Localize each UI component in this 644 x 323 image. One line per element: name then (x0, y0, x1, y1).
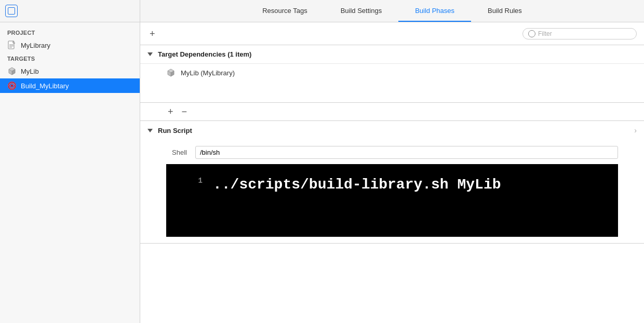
sidebar-header-area (0, 0, 140, 22)
script-editor[interactable]: 1 ../scripts/build-library.sh MyLib (166, 164, 618, 237)
target-dependencies-header[interactable]: Target Dependencies (1 item) (140, 45, 644, 63)
shell-input[interactable] (195, 146, 618, 159)
add-phase-button[interactable]: + (147, 28, 157, 39)
xcode-icon (5, 5, 18, 17)
sidebar-item-mylibrary[interactable]: MyLibrary (0, 38, 140, 52)
cube-icon (7, 66, 17, 76)
tab-build-phases[interactable]: Build Phases (398, 0, 471, 22)
mylib-label: MyLib (21, 68, 39, 75)
filter-box[interactable]: Filter (522, 28, 637, 39)
filter-placeholder: Filter (538, 30, 552, 37)
run-script-expand-icon: › (634, 126, 637, 134)
dep-cube-icon (166, 68, 176, 77)
content-toolbar: + Filter (140, 22, 644, 45)
tab-build-rules[interactable]: Build Rules (471, 0, 539, 22)
target-dependencies-section: Target Dependencies (1 item) MyLib (MyLi… (140, 45, 644, 121)
shell-label: Shell (166, 149, 187, 156)
filter-icon (528, 30, 535, 37)
content-area: + Filter Target Dependencies (1 item) (140, 22, 644, 323)
xcode-icon-inner (8, 7, 15, 15)
run-script-collapse-icon (147, 129, 153, 132)
main-layout: PROJECT MyLibrary TARGETS (0, 22, 644, 323)
run-script-title: Run Script (158, 127, 192, 134)
run-script-header[interactable]: Run Script › (140, 121, 644, 140)
add-dependency-button[interactable]: + (166, 107, 175, 116)
svg-point-10 (11, 85, 13, 87)
target-dependencies-title: Target Dependencies (1 item) (158, 50, 251, 58)
sidebar-item-mylib[interactable]: MyLib (0, 64, 140, 78)
project-section-header: PROJECT (0, 26, 140, 38)
sidebar-item-build-mylibrary[interactable]: Build_MyLibtary (0, 78, 140, 93)
tab-bar: Resource Tags Build Settings Build Phase… (0, 0, 644, 22)
dependency-item: MyLib (MyLibrary) (140, 63, 644, 82)
tab-list: Resource Tags Build Settings Build Phase… (140, 0, 644, 22)
script-line-number: 1 (192, 174, 203, 226)
targets-section-header: TARGETS (0, 52, 140, 64)
tab-resource-tags[interactable]: Resource Tags (246, 0, 324, 22)
dep-empty-space (140, 82, 644, 102)
target-icon (7, 81, 17, 90)
project-item-label: MyLibrary (21, 42, 50, 49)
run-script-section: Run Script › Shell 1 ../scripts/build-li… (140, 121, 644, 244)
plus-minus-bar: + − (140, 102, 644, 120)
shell-row: Shell (166, 146, 618, 159)
project-file-icon (7, 41, 17, 50)
remove-dependency-button[interactable]: − (180, 107, 189, 116)
tab-build-settings[interactable]: Build Settings (324, 0, 399, 22)
collapse-triangle-icon (147, 52, 153, 56)
script-code: ../scripts/build-library.sh MyLib (213, 174, 608, 226)
build-mylibrary-label: Build_MyLibtary (21, 82, 69, 90)
sidebar: PROJECT MyLibrary TARGETS (0, 22, 140, 323)
dep-name-label: MyLib (MyLibrary) (181, 69, 235, 77)
run-script-body: Shell 1 ../scripts/build-library.sh MyLi… (140, 140, 644, 243)
